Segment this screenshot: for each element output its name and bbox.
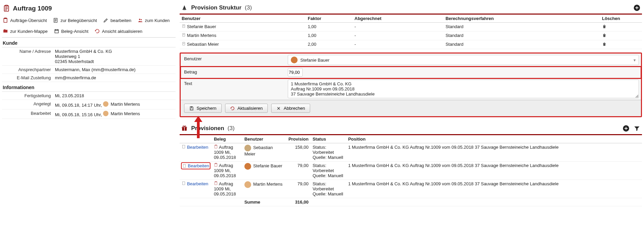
benutzer-label: Benutzer [181,54,286,66]
document-icon [182,181,186,185]
svg-rect-1 [5,5,7,6]
contact-value: Mustermann, Max (mm@musterfirma.de) [55,67,176,72]
avatar [244,163,251,170]
avatar [103,101,108,107]
document-icon [53,18,58,23]
beleg-view-link[interactable]: Beleg-Ansicht [54,28,88,34]
close-icon [276,106,281,111]
filter-button[interactable] [633,125,641,132]
text-input[interactable]: 1 Musterfirma GmbH & Co. KG Auftrag Nr.1… [288,80,639,98]
svg-rect-21 [183,145,185,148]
cone-icon [181,4,188,11]
provisionen-table: Beleg Benutzer Provision Status Position… [180,135,642,206]
svg-rect-17 [184,127,185,131]
trash-icon[interactable] [602,25,607,30]
col-status: Status [310,135,346,143]
fertig-value: Mi, 23.05.2018 [55,93,176,98]
svg-rect-24 [183,164,186,167]
col-faktor: Faktor [306,15,353,23]
col-position: Position [346,135,642,143]
name-value: Musterfirma GmbH & Co. KG Musterweg 1 02… [55,49,176,64]
chevron-down-icon: ▾ [633,58,636,63]
pencil-icon [103,18,108,23]
sum-label: Summe [242,198,286,206]
table-row: Stefanie Bauer 1,00-Standard [180,23,642,32]
calendar-icon [54,28,59,34]
angelegt-value: Mi, 09.05.18, 14:17 Uhr, Martin Mertens [55,101,176,108]
add-struktur-button[interactable] [633,4,641,12]
trash-icon[interactable] [602,42,607,47]
orders-overview-link[interactable]: Aufträge-Übersicht [3,18,47,23]
bearbeitet-label: Bearbeitet [2,111,55,117]
edit-row-link[interactable]: Bearbeiten [187,181,208,186]
document-icon [182,42,186,46]
provisionen-panel-head: Provisionen (3) [180,123,642,135]
svg-rect-25 [215,164,217,167]
clipboard-icon [3,18,8,23]
svg-point-6 [141,19,142,20]
table-row: Sebastian Meier 2,00-Standard [180,40,642,49]
clipboard-icon [214,163,218,168]
clipboard-icon [214,181,218,186]
page-title: Auftrag 1009 [2,3,176,16]
table-row: Bearbeiten Auftrag 1009 Mi, 09.05.2018 S… [180,143,642,162]
users-icon [138,18,143,23]
text-label: Text [181,78,286,100]
add-provision-button[interactable] [622,125,630,132]
betrag-input[interactable] [288,68,303,77]
resize-grip-icon[interactable] [635,94,638,98]
col-verfahren: Berechnungsverfahren [443,15,600,23]
email-value: mm@musterfirma.de [55,75,176,80]
edit-row-link[interactable]: Bearbeiten [188,163,209,168]
col-provision: Provision [286,135,310,143]
document-icon [182,33,186,37]
kunde-heading: Kunde [2,38,176,47]
avatar [244,145,251,151]
save-icon [189,106,194,111]
edit-row-link[interactable]: Bearbeiten [187,145,208,150]
svg-rect-2 [4,18,7,22]
svg-rect-28 [215,182,217,185]
refresh-view-link[interactable]: Ansicht aktualisieren [95,28,142,34]
email-label: E-Mail Zustellung [2,75,55,80]
col-beleg: Beleg [212,135,242,143]
refresh-icon [230,106,235,111]
trash-icon[interactable] [602,34,607,39]
col-benutzer: Benutzer [180,15,306,23]
clipboard-icon [214,145,218,150]
clipboard-icon [3,5,10,12]
angelegt-label: Angelegt [2,101,55,108]
betrag-label: Betrag [181,67,286,78]
gift-icon [181,125,188,132]
col-loeschen: Löschen [600,15,642,23]
table-row: Bearbeiten Auftrag 1009 Mi, 09.05.2018 M… [180,180,642,198]
folder-icon [3,28,8,34]
struktur-table: Benutzer Faktor Abgerechnet Berechnungsv… [180,15,642,49]
avatar [291,57,298,63]
customer-folder-link[interactable]: zur Kunden-Mappe [3,28,48,34]
contact-label: Ansprechpartner [2,67,55,72]
svg-rect-22 [215,145,217,148]
svg-point-19 [185,126,186,127]
info-heading: Informationen [2,82,176,92]
fertig-label: Fertigstellung [2,93,55,98]
to-customer-link[interactable]: zum Kunden [138,18,170,23]
cancel-button[interactable]: Abbrechen [271,104,310,113]
avatar [103,111,108,116]
beleg-overview-link[interactable]: zur Belegübersicht [53,18,97,23]
save-button[interactable]: Speichern [184,104,222,113]
benutzer-select[interactable]: Stefanie Bauer ▾ [288,55,639,65]
svg-rect-14 [191,108,193,110]
edit-link[interactable]: bearbeiten [103,18,131,23]
bearbeitet-value: Mi, 09.05.18, 15:16 Uhr, Martin Mertens [55,111,176,117]
svg-rect-0 [4,6,9,12]
struktur-panel-head: Provision Struktur (3) [180,3,642,15]
svg-point-8 [182,9,186,10]
svg-rect-7 [55,29,58,33]
refresh-icon [95,28,100,34]
avatar [244,181,251,188]
sum-value: 316,00 [286,198,310,206]
svg-rect-13 [191,106,193,107]
document-icon [182,164,186,168]
refresh-button[interactable]: Aktualisieren [225,104,268,113]
